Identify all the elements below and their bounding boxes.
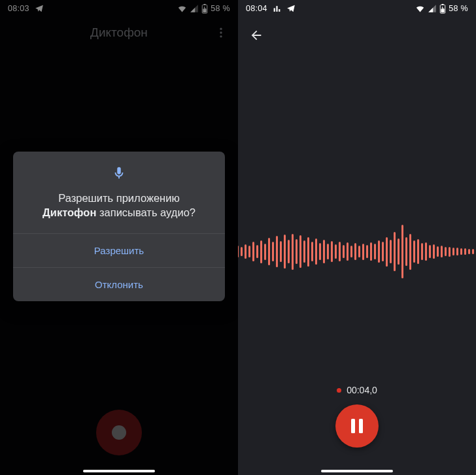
waveform-bar bbox=[409, 234, 411, 270]
waveform-bar bbox=[449, 247, 450, 257]
waveform-bar bbox=[362, 244, 364, 260]
allow-button[interactable]: Разрешить bbox=[13, 233, 225, 267]
waveform-bar bbox=[241, 247, 243, 256]
waveform-bar bbox=[284, 235, 286, 269]
waveform-bar bbox=[268, 238, 270, 265]
status-battery: 58 % bbox=[449, 4, 468, 13]
recording-timer: 00:04,0 bbox=[238, 385, 476, 395]
waveform-bar bbox=[413, 240, 415, 263]
waveform-bar bbox=[437, 246, 439, 257]
waveform-bar bbox=[354, 243, 356, 260]
waveform-bar bbox=[366, 245, 368, 258]
mic-icon bbox=[112, 166, 126, 183]
waveform-bar bbox=[307, 237, 309, 267]
svg-rect-8 bbox=[279, 9, 280, 12]
waveform-bar bbox=[303, 240, 305, 263]
svg-rect-6 bbox=[273, 8, 275, 11]
waveform-bar bbox=[280, 241, 282, 262]
screen-recording: 08:04 58 % bbox=[238, 0, 476, 475]
signal-icon bbox=[428, 4, 437, 13]
waveform-bar bbox=[433, 244, 435, 259]
waveform-bar bbox=[390, 240, 392, 263]
waveform-bar bbox=[429, 245, 431, 258]
waveform-bar bbox=[386, 237, 388, 267]
waveform-bar bbox=[335, 244, 337, 259]
deny-button[interactable]: Отклонить bbox=[13, 267, 225, 301]
back-arrow-icon bbox=[249, 28, 264, 42]
waveform-bar bbox=[401, 225, 403, 278]
waveform-bar bbox=[456, 248, 458, 255]
waveform-bar bbox=[315, 238, 317, 265]
svg-rect-10 bbox=[442, 4, 444, 5]
nav-home-indicator[interactable] bbox=[321, 470, 393, 472]
waveform-bar bbox=[425, 242, 427, 261]
waveform-bar bbox=[460, 248, 462, 255]
recording-dot-icon bbox=[337, 388, 341, 393]
status-bar: 08:04 58 % bbox=[238, 0, 476, 17]
battery-icon bbox=[439, 4, 446, 14]
waveform bbox=[238, 199, 476, 304]
waveform-bar bbox=[248, 246, 250, 257]
waveform-bar bbox=[323, 240, 325, 263]
pause-button[interactable] bbox=[335, 404, 379, 448]
waveform-bar bbox=[238, 246, 239, 257]
waveform-bar bbox=[264, 244, 266, 260]
permission-text: Разрешить приложению Диктофон записывать… bbox=[42, 191, 196, 220]
waveform-bar bbox=[296, 239, 298, 264]
waveform-bar bbox=[405, 237, 407, 266]
waveform-bar bbox=[394, 232, 396, 271]
waveform-bar bbox=[276, 236, 278, 267]
waveform-bar bbox=[311, 242, 313, 261]
waveform-bar bbox=[358, 246, 360, 257]
back-button[interactable] bbox=[245, 24, 268, 47]
waveform-bar bbox=[339, 242, 341, 261]
waveform-bar bbox=[374, 244, 376, 259]
equalizer-icon bbox=[273, 5, 281, 13]
screen-recorder-permission: 08:03 58 % Диктофон bbox=[0, 0, 238, 475]
waveform-bar bbox=[350, 246, 352, 257]
waveform-bar bbox=[292, 234, 294, 270]
waveform-bar bbox=[472, 249, 474, 254]
waveform-bar bbox=[421, 243, 423, 260]
waveform-bar bbox=[468, 249, 470, 254]
waveform-bar bbox=[398, 238, 400, 265]
waveform-bar bbox=[417, 239, 419, 264]
waveform-bar bbox=[343, 245, 345, 258]
waveform-bar bbox=[452, 248, 454, 255]
waveform-bar bbox=[245, 244, 246, 259]
wifi-icon bbox=[415, 4, 425, 14]
waveform-bar bbox=[441, 246, 443, 257]
waveform-bar bbox=[272, 242, 274, 261]
waveform-bar bbox=[327, 244, 329, 259]
permission-dialog: Разрешить приложению Диктофон записывать… bbox=[13, 152, 225, 301]
waveform-bar bbox=[370, 242, 372, 261]
telegram-icon bbox=[286, 4, 296, 13]
timer-text: 00:04,0 bbox=[347, 385, 377, 395]
waveform-bar bbox=[347, 242, 348, 261]
waveform-bar bbox=[260, 240, 262, 263]
waveform-bar bbox=[331, 241, 333, 262]
waveform-bar bbox=[256, 245, 258, 258]
waveform-bar bbox=[252, 242, 254, 261]
nav-home-indicator[interactable] bbox=[83, 470, 155, 472]
waveform-bar bbox=[464, 248, 466, 255]
status-time: 08:04 bbox=[246, 4, 267, 13]
waveform-bar bbox=[378, 240, 380, 263]
waveform-bar bbox=[288, 240, 290, 263]
waveform-bar bbox=[445, 247, 447, 256]
svg-rect-7 bbox=[276, 6, 277, 12]
waveform-bar bbox=[382, 242, 384, 261]
waveform-bar bbox=[319, 243, 321, 260]
pause-icon bbox=[351, 419, 363, 433]
waveform-bar bbox=[299, 235, 301, 268]
